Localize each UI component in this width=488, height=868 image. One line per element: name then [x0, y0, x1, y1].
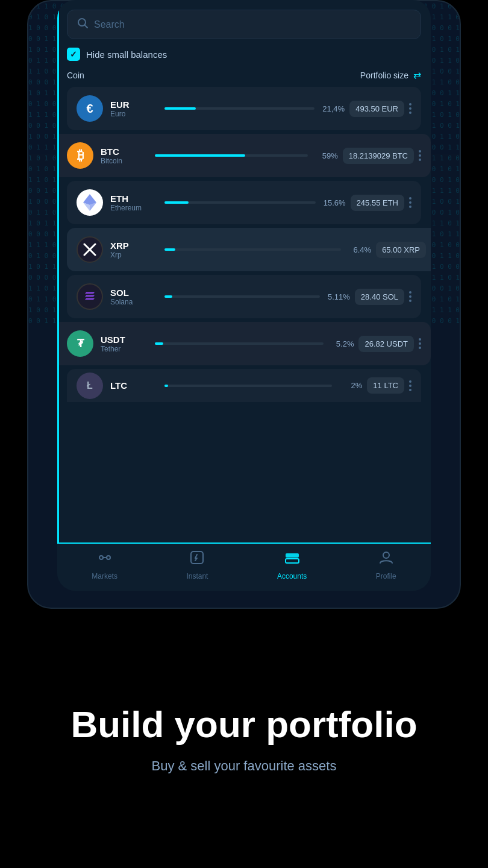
- instant-icon: [189, 550, 205, 569]
- svg-line-1: [85, 25, 87, 28]
- coin-info-eth: ETH Ethereum: [110, 193, 158, 212]
- promo-section: Build your portfolio Buy & sell your fav…: [0, 609, 488, 868]
- coin-row-usdt[interactable]: ₮ USDT Tether 5.2% 26.82 USDT: [57, 322, 431, 365]
- coin-icon-xrp: [77, 236, 103, 263]
- hide-balances-checkbox[interactable]: ✓: [67, 48, 80, 61]
- nav-instant[interactable]: Instant: [186, 550, 208, 580]
- bottom-navigation: Markets Instant: [57, 542, 431, 591]
- more-options-ltc[interactable]: [409, 380, 411, 391]
- amount-sol: 28.40 SOL: [355, 289, 404, 305]
- more-options-usdt[interactable]: [419, 338, 421, 349]
- portfolio-column-header[interactable]: Portfolio size ⇄: [360, 69, 421, 81]
- amount-usdt: 26.82 USDT: [358, 336, 414, 352]
- progress-bar-eth: [164, 201, 316, 204]
- more-options-btc[interactable]: [419, 150, 421, 161]
- hide-balances-label: Hide small balances: [86, 49, 167, 60]
- coin-row-xrp[interactable]: XRP Xrp 6.4% 65.00 XRP: [67, 228, 431, 271]
- svg-rect-11: [286, 553, 299, 558]
- profile-label: Profile: [376, 572, 396, 580]
- svg-rect-12: [286, 559, 299, 563]
- coin-info-ltc: LTC: [110, 380, 158, 391]
- coin-row-ltc[interactable]: Ł LTC 2% 11 LTC: [67, 369, 421, 402]
- svg-point-13: [383, 552, 389, 558]
- coin-info-eur: EUR Euro: [110, 99, 158, 118]
- svg-point-0: [78, 19, 86, 26]
- progress-bar-xrp: [164, 248, 341, 251]
- promo-subtitle: Buy & sell your favourite assets: [152, 758, 337, 774]
- progress-bar-btc: [155, 154, 308, 157]
- coin-icon-btc: ₿: [67, 142, 93, 169]
- table-header: Coin Portfolio size ⇄: [57, 69, 431, 87]
- coin-info-xrp: XRP Xrp: [110, 241, 158, 259]
- promo-title: Build your portfolio: [70, 703, 417, 746]
- progress-bar-sol: [164, 295, 320, 298]
- coin-column-header: Coin: [67, 71, 84, 80]
- instant-label: Instant: [186, 572, 208, 580]
- coin-row-eur[interactable]: € EUR Euro 21,4% 493.50 EUR: [67, 87, 421, 130]
- markets-label: Markets: [92, 572, 117, 580]
- coin-row-btc[interactable]: ₿ BTC Bitcoin 59% 18.2139029 BTC: [57, 134, 431, 177]
- coin-icon-ltc: Ł: [77, 373, 103, 399]
- amount-ltc: 11 LTC: [367, 377, 404, 394]
- coin-list: € EUR Euro 21,4% 493.50 EUR ₿: [57, 87, 431, 402]
- sort-icon: ⇄: [413, 69, 421, 81]
- markets-icon: [97, 550, 113, 569]
- coin-icon-eur: €: [77, 95, 103, 122]
- progress-bar-ltc: [164, 385, 332, 387]
- coin-icon-eth: [77, 189, 103, 216]
- coin-icon-sol: [77, 283, 103, 310]
- nav-markets[interactable]: Markets: [92, 550, 117, 580]
- app-screen: Search ✓ Hide small balances Coin Portfo…: [57, 0, 431, 591]
- coin-info-btc: BTC Bitcoin: [101, 146, 149, 165]
- nav-profile[interactable]: Profile: [376, 550, 396, 580]
- svg-point-8: [107, 556, 110, 559]
- coin-info-sol: SOL Solana: [110, 288, 158, 306]
- coin-row-eth[interactable]: ETH Ethereum 15.6% 245.55 ETH: [67, 181, 421, 224]
- search-icon: [77, 17, 88, 31]
- more-options-sol[interactable]: [409, 291, 411, 302]
- more-options-eth[interactable]: [409, 197, 411, 208]
- nav-accounts[interactable]: Accounts: [277, 550, 307, 580]
- amount-eur: 493.50 EUR: [349, 101, 404, 117]
- coin-info-usdt: USDT Tether: [101, 335, 149, 353]
- progress-bar-usdt: [155, 342, 324, 345]
- amount-btc: 18.2139029 BTC: [343, 148, 414, 164]
- search-placeholder: Search: [94, 19, 125, 30]
- more-options-eur[interactable]: [409, 103, 411, 114]
- app-container: 0 1 1 0 00 1 0 1 11 0 0 0 10 0 1 1 01 0 …: [0, 0, 488, 868]
- search-bar[interactable]: Search: [67, 10, 421, 39]
- progress-bar-eur: [164, 107, 314, 110]
- accounts-label: Accounts: [277, 572, 307, 580]
- accounts-icon: [284, 550, 300, 569]
- coin-row-sol[interactable]: SOL Solana 5.11% 28.40 SOL: [67, 275, 421, 318]
- hide-balances-row[interactable]: ✓ Hide small balances: [67, 48, 421, 61]
- svg-point-7: [99, 556, 103, 559]
- coin-icon-usdt: ₮: [67, 330, 93, 357]
- profile-icon: [378, 550, 394, 569]
- amount-xrp: 65.00 XRP: [376, 242, 426, 258]
- amount-eth: 245.55 ETH: [351, 195, 404, 211]
